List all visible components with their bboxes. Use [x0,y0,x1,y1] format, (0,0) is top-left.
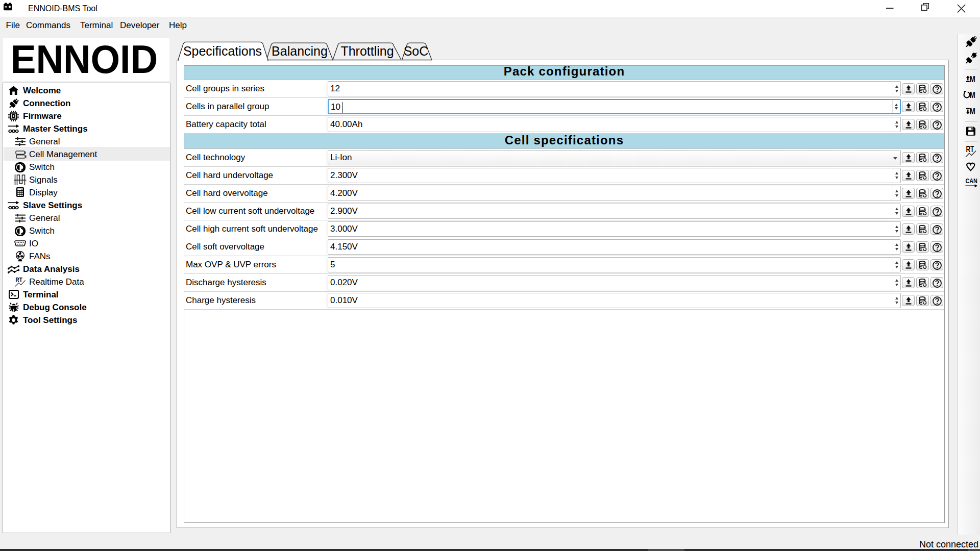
svg-text:RT: RT [16,276,23,284]
svg-text:M: M [970,106,975,116]
svg-text:CAN: CAN [965,177,977,185]
svg-text:M: M [970,74,975,84]
svg-text:M: M [970,90,975,100]
svg-text:RT: RT [966,144,974,154]
